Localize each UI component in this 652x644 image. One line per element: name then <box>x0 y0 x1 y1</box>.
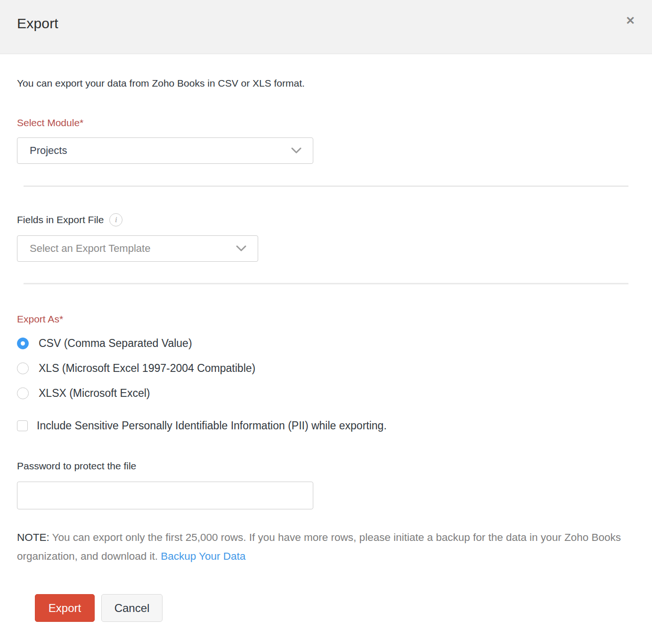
intro-text: You can export your data from Zoho Books… <box>17 78 635 89</box>
note-body: You can export only the first 25,000 row… <box>17 531 621 562</box>
info-icon[interactable]: i <box>109 213 122 226</box>
fields-in-export-file-label: Fields in Export File i <box>17 213 635 226</box>
select-module-label: Select Module* <box>17 117 635 129</box>
fields-in-export-file-text: Fields in Export File <box>17 214 104 225</box>
dialog-body: You can export your data from Zoho Books… <box>0 78 652 622</box>
password-input[interactable] <box>17 482 313 509</box>
dialog-title: Export <box>17 16 58 32</box>
export-format-radio-group: CSV (Comma Separated Value) XLS (Microso… <box>17 337 635 400</box>
password-label: Password to protect the file <box>17 460 635 472</box>
radio-csv[interactable]: CSV (Comma Separated Value) <box>17 337 635 350</box>
radio-csv-label: CSV (Comma Separated Value) <box>39 337 192 350</box>
radio-button-icon[interactable] <box>17 362 29 374</box>
chevron-down-icon <box>236 245 246 252</box>
radio-xlsx[interactable]: XLSX (Microsoft Excel) <box>17 387 635 400</box>
export-template-dropdown[interactable]: Select an Export Template <box>17 235 258 262</box>
note-text: NOTE: You can export only the first 25,0… <box>17 528 623 566</box>
pii-checkbox-row[interactable]: Include Sensitive Personally Identifiabl… <box>17 419 635 432</box>
backup-your-data-link[interactable]: Backup Your Data <box>161 550 245 562</box>
close-icon[interactable]: ✕ <box>623 13 638 28</box>
export-dialog: Export ✕ You can export your data from Z… <box>0 0 652 622</box>
export-as-label: Export As* <box>17 314 635 325</box>
export-button[interactable]: Export <box>35 594 95 622</box>
radio-xls-label: XLS (Microsoft Excel 1997-2004 Compatibl… <box>39 362 255 375</box>
radio-xlsx-label: XLSX (Microsoft Excel) <box>39 387 150 400</box>
module-dropdown-value: Projects <box>30 145 291 157</box>
radio-button-icon[interactable] <box>17 387 29 399</box>
radio-button-icon[interactable] <box>17 338 29 349</box>
cancel-button[interactable]: Cancel <box>101 594 163 622</box>
note-prefix: NOTE: <box>17 531 49 543</box>
module-dropdown[interactable]: Projects <box>17 137 313 164</box>
pii-checkbox-label: Include Sensitive Personally Identifiabl… <box>37 419 387 432</box>
action-buttons: Export Cancel <box>17 594 635 622</box>
section-divider <box>24 185 628 187</box>
checkbox-icon[interactable] <box>17 420 28 431</box>
chevron-down-icon <box>291 147 302 154</box>
radio-xls[interactable]: XLS (Microsoft Excel 1997-2004 Compatibl… <box>17 362 635 375</box>
section-divider <box>24 283 628 284</box>
dialog-header: Export ✕ <box>0 0 652 54</box>
export-template-placeholder: Select an Export Template <box>30 242 236 255</box>
